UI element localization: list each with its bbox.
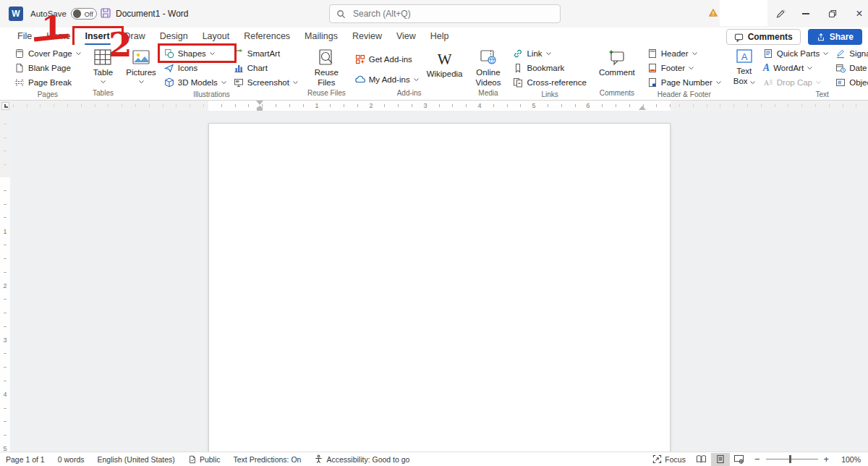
page-number-button[interactable]: Page Number — [644, 75, 725, 90]
zoom-slider-handle[interactable] — [789, 455, 792, 463]
tab-review[interactable]: Review — [345, 28, 389, 44]
share-button[interactable]: Share — [808, 29, 862, 45]
date-time-button[interactable]: Date & Time — [832, 61, 868, 75]
cover-page-button[interactable]: Cover Page — [11, 46, 85, 61]
object-button[interactable]: Object — [832, 75, 868, 90]
right-indent-marker[interactable] — [639, 106, 646, 110]
chevron-down-icon — [716, 81, 721, 84]
zoom-out-button[interactable]: − — [754, 454, 760, 464]
chevron-down-icon — [823, 52, 828, 55]
text-box-button[interactable]: A TextBox — [729, 46, 760, 87]
3d-models-button[interactable]: 3D Models — [161, 75, 230, 90]
3d-cube-icon — [164, 77, 174, 88]
chart-icon — [234, 63, 244, 73]
comments-button[interactable]: Comments — [726, 29, 801, 45]
tab-view[interactable]: View — [389, 28, 423, 44]
tab-layout[interactable]: Layout — [195, 28, 237, 44]
language-indicator[interactable]: English (United States) — [90, 452, 181, 466]
wordart-button[interactable]: A WordArt — [760, 61, 832, 75]
page-break-icon — [14, 77, 25, 88]
link-icon — [513, 48, 523, 59]
status-bar: Page 1 of 1 0 words English (United Stat… — [0, 452, 868, 466]
blank-page-button[interactable]: Blank Page — [11, 61, 85, 75]
online-videos-button[interactable]: OnlineVideos — [472, 46, 506, 88]
reuse-files-button[interactable]: ReuseFiles — [310, 46, 343, 88]
page-break-button[interactable]: Page Break — [11, 75, 85, 90]
bookmark-button[interactable]: Bookmark — [509, 61, 590, 75]
vertical-ruler[interactable]: 1 2 3 4 5 — [0, 111, 10, 452]
new-comment-button[interactable]: Comment — [595, 46, 639, 78]
pen-editing-icon[interactable] — [773, 7, 788, 21]
group-label-reuse-files: Reuse Files — [306, 88, 347, 100]
tab-design[interactable]: Design — [153, 28, 195, 44]
document-page[interactable] — [208, 123, 671, 456]
save-icon[interactable] — [100, 7, 111, 19]
autosave-state: Off — [84, 10, 93, 18]
search-box[interactable] — [329, 4, 561, 23]
ruler-number: 5 — [530, 102, 537, 110]
svg-text:A: A — [764, 79, 770, 87]
share-button-label: Share — [830, 32, 854, 42]
group-header-footer: Header Footer Page Number Header & Foote… — [642, 45, 727, 100]
tab-stop-selector[interactable] — [1, 102, 9, 110]
chart-button[interactable]: Chart — [230, 61, 302, 75]
tab-references[interactable]: References — [237, 28, 297, 44]
ruler-number: 2 — [1, 282, 9, 289]
search-input[interactable] — [352, 8, 553, 20]
close-button[interactable]: × — [847, 0, 868, 27]
close-icon: × — [856, 7, 862, 20]
shapes-button[interactable]: Shapes — [161, 46, 230, 61]
wikipedia-button[interactable]: W Wikipedia — [422, 46, 467, 80]
title-bar: W AutoSave Off Document1 - Word × — [0, 0, 868, 27]
chevron-down-icon — [816, 81, 821, 84]
print-layout-button[interactable] — [711, 453, 730, 466]
word-logo-icon[interactable]: W — [9, 7, 23, 21]
screenshot-button[interactable]: Screenshot — [230, 75, 302, 90]
header-button[interactable]: Header — [644, 46, 725, 61]
read-mode-button[interactable] — [692, 453, 711, 466]
quick-parts-button[interactable]: Quick Parts — [760, 46, 832, 61]
web-layout-button[interactable] — [730, 453, 749, 466]
link-button[interactable]: Link — [509, 46, 590, 61]
zoom-slider[interactable] — [766, 459, 818, 460]
restore-button[interactable] — [820, 0, 845, 27]
text-predictions[interactable]: Text Predictions: On — [226, 452, 307, 466]
sensitivity-label[interactable]: Public — [182, 452, 227, 466]
tab-file[interactable]: File — [10, 28, 39, 44]
cross-reference-button[interactable]: Cross-reference — [509, 75, 590, 90]
tab-mailings[interactable]: Mailings — [297, 28, 345, 44]
zoom-level[interactable]: 100% — [835, 452, 862, 466]
my-addins-button[interactable]: My Add-ins — [352, 72, 422, 87]
chevron-down-icon — [210, 52, 215, 55]
new-comment-icon — [608, 48, 626, 66]
icons-button[interactable]: Icons — [161, 61, 230, 75]
accessibility-status[interactable]: Accessibility: Good to go — [307, 452, 416, 466]
word-count[interactable]: 0 words — [51, 452, 91, 466]
minimize-button[interactable] — [793, 0, 818, 27]
autosave-control[interactable]: AutoSave Off — [30, 8, 97, 20]
footer-button[interactable]: Footer — [644, 61, 725, 75]
drop-cap-button: A Drop Cap — [760, 75, 832, 90]
first-line-indent-marker[interactable] — [256, 101, 263, 105]
warning-icon[interactable] — [708, 8, 718, 17]
group-reuse-files: ReuseFiles Reuse Files — [304, 45, 349, 100]
get-addins-button[interactable]: Get Add-ins — [352, 52, 422, 67]
user-account-area[interactable] — [720, 0, 767, 26]
date-time-icon — [835, 63, 846, 73]
horizontal-ruler[interactable]: 1 2 3 4 5 6 — [0, 101, 868, 111]
chevron-down-icon — [139, 80, 144, 83]
zoom-in-button[interactable]: + — [824, 454, 830, 464]
focus-icon — [652, 454, 662, 464]
tab-help[interactable]: Help — [423, 28, 456, 44]
smartart-button[interactable]: SmartArt — [230, 46, 302, 61]
signature-line-button[interactable]: Signature Line — [832, 46, 868, 61]
focus-mode-button[interactable]: Focus — [652, 452, 692, 466]
quick-parts-icon — [763, 48, 773, 59]
ruler-number: 4 — [1, 391, 9, 398]
autosave-toggle[interactable]: Off — [71, 8, 97, 20]
page-indicator[interactable]: Page 1 of 1 — [6, 452, 51, 466]
chevron-down-icon — [101, 80, 106, 83]
group-label-text: Text — [814, 90, 830, 101]
ruler-number: 4 — [476, 102, 482, 110]
chevron-down-icon — [689, 67, 694, 69]
